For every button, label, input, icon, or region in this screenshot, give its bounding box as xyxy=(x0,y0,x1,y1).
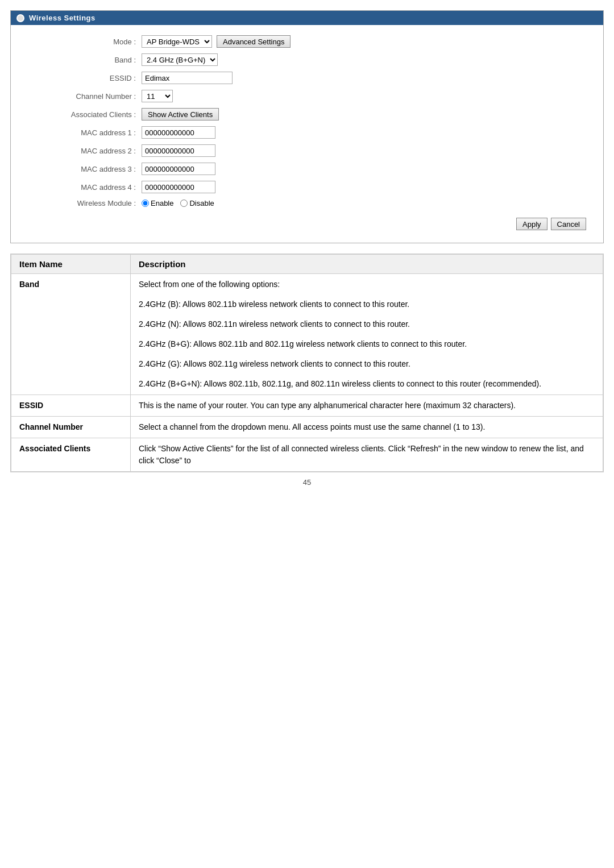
enable-radio[interactable] xyxy=(142,200,149,207)
associated-clients-control-group: Show Active Clients xyxy=(142,108,219,121)
mode-select[interactable]: AP Bridge-WDS xyxy=(142,35,212,48)
disable-radio-label[interactable]: Disable xyxy=(180,199,214,207)
channel-row: Channel Number : 11 xyxy=(28,90,586,102)
mac4-row: MAC address 4 : xyxy=(28,181,586,193)
enable-radio-text: Enable xyxy=(151,199,173,207)
band-select[interactable]: 2.4 GHz (B+G+N) xyxy=(142,53,218,66)
show-active-clients-button[interactable]: Show Active Clients xyxy=(142,108,219,121)
mac4-label: MAC address 4 : xyxy=(28,183,142,192)
table-row: ESSIDThis is the name of your router. Yo… xyxy=(11,395,603,417)
description-paragraph: Select a channel from the dropdown menu.… xyxy=(139,421,595,433)
page-number: 45 xyxy=(0,472,614,492)
associated-clients-label: Associated Clients : xyxy=(28,110,142,119)
table-header-row: Item Name Description xyxy=(11,255,603,274)
table-cell-item-name: ESSID xyxy=(11,395,131,417)
table-cell-description: Click “Show Active Clients” for the list… xyxy=(131,438,603,472)
panel-body: Mode : AP Bridge-WDS Advanced Settings B… xyxy=(11,25,603,243)
band-row: Band : 2.4 GHz (B+G+N) xyxy=(28,53,586,66)
mac3-control-group xyxy=(142,163,215,175)
mac2-control-group xyxy=(142,144,215,157)
disable-radio-text: Disable xyxy=(189,199,214,207)
col-item-name: Item Name xyxy=(11,255,131,274)
mac3-input[interactable] xyxy=(142,163,215,175)
wireless-module-label: Wireless Module : xyxy=(28,199,142,207)
mac4-input[interactable] xyxy=(142,181,215,193)
essid-input[interactable] xyxy=(142,72,233,84)
channel-control-group: 11 xyxy=(142,90,173,102)
mac1-row: MAC address 1 : xyxy=(28,126,586,139)
description-paragraph: Select from one of the following options… xyxy=(139,279,595,290)
table-cell-item-name: Associated Clients xyxy=(11,438,131,472)
mac3-row: MAC address 3 : xyxy=(28,163,586,175)
table-cell-item-name: Band xyxy=(11,274,131,395)
band-label: Band : xyxy=(28,56,142,64)
essid-label: ESSID : xyxy=(28,74,142,82)
associated-clients-row: Associated Clients : Show Active Clients xyxy=(28,108,586,121)
wireless-module-row: Wireless Module : Enable Disable xyxy=(28,199,586,207)
mac1-label: MAC address 1 : xyxy=(28,128,142,137)
mac2-input[interactable] xyxy=(142,144,215,157)
table-row: BandSelect from one of the following opt… xyxy=(11,274,603,395)
description-table-section: Item Name Description BandSelect from on… xyxy=(10,254,604,472)
mode-label: Mode : xyxy=(28,38,142,46)
essid-row: ESSID : xyxy=(28,72,586,84)
description-paragraph: 2.4GHz (N): Allows 802.11n wireless netw… xyxy=(139,318,595,330)
description-table: Item Name Description BandSelect from on… xyxy=(11,254,603,472)
cancel-button[interactable]: Cancel xyxy=(551,218,586,230)
mac1-input[interactable] xyxy=(142,126,215,139)
table-row: Channel NumberSelect a channel from the … xyxy=(11,417,603,438)
table-row: Associated ClientsClick “Show Active Cli… xyxy=(11,438,603,472)
panel-header: Wireless Settings xyxy=(11,11,603,25)
wireless-settings-panel: Wireless Settings Mode : AP Bridge-WDS A… xyxy=(10,10,604,243)
enable-radio-label[interactable]: Enable xyxy=(142,199,173,207)
description-paragraph: This is the name of your router. You can… xyxy=(139,400,595,412)
mac2-row: MAC address 2 : xyxy=(28,144,586,157)
description-paragraph: 2.4GHz (B+G+N): Allows 802.11b, 802.11g,… xyxy=(139,378,595,390)
mac4-control-group xyxy=(142,181,215,193)
description-paragraph: 2.4GHz (B): Allows 802.11b wireless netw… xyxy=(139,298,595,310)
channel-label: Channel Number : xyxy=(28,92,142,101)
table-cell-description: Select a channel from the dropdown menu.… xyxy=(131,417,603,438)
mac3-label: MAC address 3 : xyxy=(28,165,142,173)
wireless-module-control-group: Enable Disable xyxy=(142,199,214,207)
description-paragraph: Click “Show Active Clients” for the list… xyxy=(139,443,595,467)
band-control-group: 2.4 GHz (B+G+N) xyxy=(142,53,218,66)
panel-header-icon xyxy=(16,14,24,22)
action-row: Apply Cancel xyxy=(28,213,586,232)
mac1-control-group xyxy=(142,126,215,139)
table-cell-description: This is the name of your router. You can… xyxy=(131,395,603,417)
channel-select[interactable]: 11 xyxy=(142,90,173,102)
table-cell-item-name: Channel Number xyxy=(11,417,131,438)
mode-control-group: AP Bridge-WDS Advanced Settings xyxy=(142,35,291,48)
disable-radio[interactable] xyxy=(180,200,188,207)
col-description: Description xyxy=(131,255,603,274)
apply-button[interactable]: Apply xyxy=(516,218,547,230)
panel-header-title: Wireless Settings xyxy=(29,14,96,22)
advanced-settings-button[interactable]: Advanced Settings xyxy=(217,35,291,48)
mode-row: Mode : AP Bridge-WDS Advanced Settings xyxy=(28,35,586,48)
table-cell-description: Select from one of the following options… xyxy=(131,274,603,395)
mac2-label: MAC address 2 : xyxy=(28,147,142,155)
essid-control-group xyxy=(142,72,233,84)
description-paragraph: 2.4GHz (B+G): Allows 802.11b and 802.11g… xyxy=(139,338,595,350)
description-paragraph: 2.4GHz (G): Allows 802.11g wireless netw… xyxy=(139,358,595,370)
